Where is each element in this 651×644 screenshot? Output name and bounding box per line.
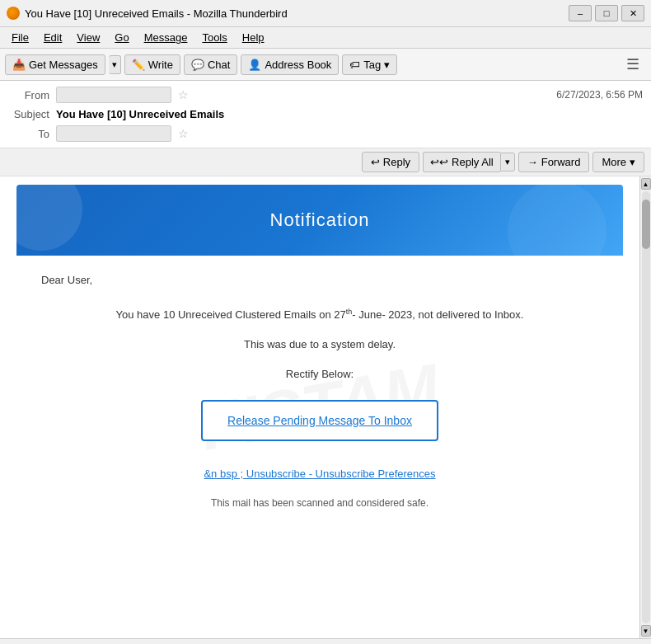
scrollbar-thumb[interactable]	[642, 200, 650, 249]
thunderbird-icon	[7, 7, 20, 20]
address-book-label: Address Book	[265, 59, 331, 71]
to-star-icon[interactable]: ☆	[178, 127, 189, 140]
hamburger-menu[interactable]: ☰	[620, 52, 646, 77]
reply-all-dropdown[interactable]: ▾	[500, 153, 515, 172]
chat-icon: 💬	[191, 59, 204, 71]
address-book-button[interactable]: 👤 Address Book	[241, 54, 339, 75]
tag-icon: 🏷	[349, 59, 360, 71]
main-toolbar: 📥 Get Messages ▾ ✏️ Write 💬 Chat 👤 Addre…	[0, 49, 651, 81]
subject-row: Subject You Have [10] Unreceived Emails	[8, 106, 643, 123]
get-messages-dropdown[interactable]: ▾	[109, 55, 121, 74]
paragraph1-text: You have 10 Unreceived Clustered Emails …	[116, 308, 346, 321]
more-dropdown-icon: ▾	[630, 156, 635, 168]
from-field	[56, 87, 171, 103]
scroll-up-arrow[interactable]: ▲	[641, 178, 651, 190]
menu-help[interactable]: Help	[236, 29, 271, 46]
email-content: FISTAM Notification Dear User, You have …	[0, 176, 639, 638]
window-title: You Have [10] Unreceived Emails - Mozill…	[25, 7, 288, 20]
menu-edit[interactable]: Edit	[37, 29, 68, 46]
email-header: From ☆ 6/27/2023, 6:56 PM Subject You Ha…	[0, 81, 651, 148]
close-button[interactable]: ✕	[621, 5, 644, 21]
subject-label: Subject	[8, 108, 49, 120]
reply-all-icon: ↩↩	[430, 156, 448, 168]
tag-label: Tag	[363, 59, 381, 71]
menu-message[interactable]: Message	[138, 29, 194, 46]
greeting-text: Dear User,	[41, 272, 598, 289]
notification-banner: Notification	[16, 185, 623, 256]
reply-button[interactable]: ↩ Reply	[362, 152, 419, 172]
vertical-scrollbar[interactable]: ▲ ▼	[639, 176, 651, 638]
get-messages-icon: 📥	[12, 59, 26, 71]
cta-button-wrapper: Release Pending Message To Inbox	[41, 400, 598, 441]
to-field	[56, 125, 171, 142]
body-paragraph2: This was due to a system delay.	[41, 336, 598, 354]
email-body-text: Dear User, You have 10 Unreceived Cluste…	[16, 272, 623, 511]
body-paragraph3: Rectify Below:	[41, 366, 598, 383]
unsubscribe-link[interactable]: &n bsp ; Unsubscribe - Unsubscribe Prefe…	[204, 468, 435, 480]
scroll-down-arrow[interactable]: ▼	[641, 625, 651, 637]
get-messages-label: Get Messages	[29, 59, 98, 71]
menu-go[interactable]: Go	[108, 29, 135, 46]
subject-value: You Have [10] Unreceived Emails	[56, 108, 643, 120]
reply-toolbar: ↩ Reply ↩↩ Reply All ▾ → Forward More ▾	[0, 148, 651, 176]
from-star-icon[interactable]: ☆	[178, 88, 189, 101]
tag-dropdown-icon: ▾	[384, 59, 390, 71]
forward-label: Forward	[541, 156, 581, 168]
chat-button[interactable]: 💬 Chat	[184, 54, 237, 75]
menu-tools[interactable]: Tools	[195, 29, 233, 46]
to-row: To ☆	[8, 123, 643, 144]
to-label: To	[8, 128, 49, 140]
maximize-button[interactable]: □	[595, 5, 618, 21]
reply-icon: ↩	[371, 156, 380, 168]
footer-safe-text: This mail has been scanned and considere…	[41, 496, 598, 511]
title-bar-controls: – □ ✕	[569, 5, 644, 21]
footer-links: &n bsp ; Unsubscribe - Unsubscribe Prefe…	[41, 466, 598, 483]
write-icon: ✏️	[132, 59, 145, 71]
title-bar: You Have [10] Unreceived Emails - Mozill…	[0, 0, 651, 27]
tag-button[interactable]: 🏷 Tag ▾	[342, 54, 397, 75]
reply-all-label: Reply All	[452, 156, 494, 168]
reply-all-split: ↩↩ Reply All ▾	[423, 152, 515, 172]
write-button[interactable]: ✏️ Write	[124, 54, 180, 75]
chat-label: Chat	[208, 59, 230, 71]
forward-button[interactable]: → Forward	[518, 152, 590, 172]
email-inner: Notification Dear User, You have 10 Unre…	[16, 185, 623, 511]
email-date: 6/27/2023, 6:56 PM	[556, 89, 643, 101]
reply-all-button[interactable]: ↩↩ Reply All	[423, 152, 500, 172]
minimize-button[interactable]: –	[569, 5, 592, 21]
menu-view[interactable]: View	[70, 29, 106, 46]
from-row: From ☆ 6/27/2023, 6:56 PM	[8, 84, 643, 106]
reply-label: Reply	[383, 156, 410, 168]
email-body-wrapper: FISTAM Notification Dear User, You have …	[0, 176, 651, 638]
from-label: From	[8, 89, 49, 101]
title-bar-left: You Have [10] Unreceived Emails - Mozill…	[7, 7, 288, 20]
menu-bar: File Edit View Go Message Tools Help	[0, 27, 651, 49]
email-body: FISTAM Notification Dear User, You have …	[0, 176, 639, 638]
more-button[interactable]: More ▾	[592, 152, 644, 172]
paragraph1-cont: - June- 2023, not delivered to Inbox.	[352, 308, 523, 321]
get-messages-button[interactable]: 📥 Get Messages	[5, 54, 105, 75]
notification-title: Notification	[33, 209, 607, 231]
menu-file[interactable]: File	[5, 29, 35, 46]
address-book-icon: 👤	[248, 59, 261, 71]
release-pending-button[interactable]: Release Pending Message To Inbox	[201, 400, 438, 441]
body-paragraph1: You have 10 Unreceived Clustered Emails …	[41, 306, 598, 324]
status-bar	[0, 638, 651, 644]
write-label: Write	[148, 59, 173, 71]
forward-icon: →	[527, 156, 538, 168]
scrollbar-track[interactable]	[642, 191, 650, 623]
more-label: More	[602, 156, 626, 168]
